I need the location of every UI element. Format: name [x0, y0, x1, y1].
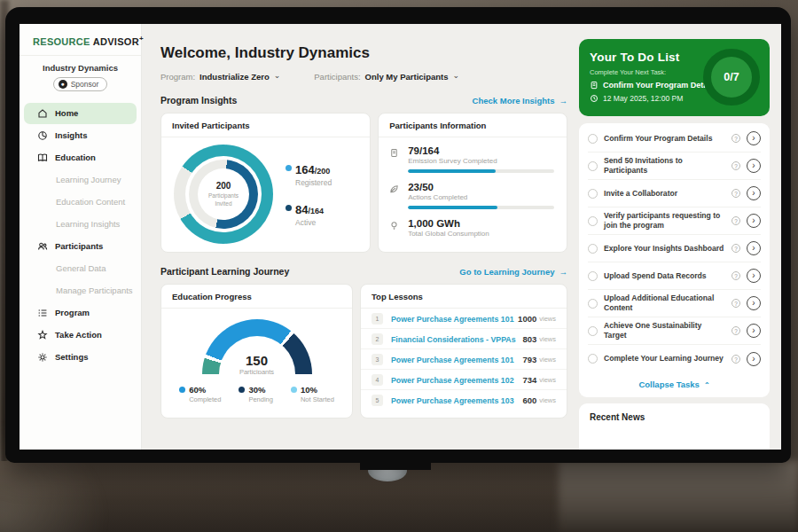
help-icon[interactable]: ?: [732, 299, 740, 308]
sidebar-item-take-action[interactable]: Take Action: [24, 325, 137, 346]
sidebar-item-education[interactable]: Education: [24, 147, 137, 168]
task-label[interactable]: Upload Additional Educational Content: [604, 293, 725, 312]
participants-value: Only My Participants: [365, 72, 449, 82]
lesson-link[interactable]: Power Purchase Agreements 101: [391, 356, 522, 364]
gauge-legend: 60% Completed 30% Pending 10% Not Starte…: [179, 385, 334, 403]
sidebar-item-learning-insights[interactable]: Learning Insights: [24, 214, 137, 235]
legend-pending: 30% Pending: [239, 385, 273, 403]
help-icon[interactable]: ?: [732, 355, 740, 364]
sidebar-item-label: Home: [55, 108, 78, 118]
task-checkbox[interactable]: [588, 189, 598, 199]
collapse-tasks-link[interactable]: Collapse Tasks⌃: [588, 372, 761, 394]
help-icon[interactable]: ?: [732, 244, 740, 253]
task-go-button[interactable]: ›: [747, 352, 761, 366]
stat-consumption: 1,000 GWh Total Global Consumption: [389, 218, 554, 238]
lesson-rank: 2: [372, 333, 383, 345]
monitor-bezel: RESOURCEADVISOR+ Industry Dynamics ● Spo…: [5, 7, 791, 463]
task-go-button[interactable]: ›: [747, 214, 761, 228]
help-icon[interactable]: ?: [732, 216, 740, 225]
task-checkbox[interactable]: [588, 299, 598, 309]
program-insights-header: Program Insights Check More Insights →: [160, 95, 567, 106]
help-icon[interactable]: ?: [732, 189, 740, 198]
filters-row: Program: Industrialize Zero ⌄ Participan…: [160, 72, 567, 82]
sidebar-item-label: Take Action: [55, 330, 102, 340]
lesson-row: 4 Power Purchase Agreements 102 734 view…: [361, 370, 567, 390]
sidebar-item-label: Education Content: [56, 197, 125, 207]
lesson-link[interactable]: Power Purchase Agreements 102: [391, 376, 522, 385]
todo-column: Your To Do List Complete Your Next Task:…: [575, 24, 781, 450]
invited-participants-card: Invited Participants 200 Participants In…: [160, 113, 371, 253]
pinfo-body: 79/164 Emission Survey Completed 23/50 A…: [379, 137, 567, 238]
sponsor-badge[interactable]: ● Sponsor: [53, 77, 108, 91]
task-label[interactable]: Verify participants requesting to join t…: [604, 211, 725, 230]
go-to-learning-journey-link[interactable]: Go to Learning Journey →: [459, 267, 567, 277]
task-checkbox[interactable]: [588, 134, 598, 144]
sidebar-item-label: General Data: [56, 263, 106, 273]
sidebar-item-general-data[interactable]: General Data: [24, 258, 137, 279]
participants-dropdown[interactable]: Participants: Only My Participants ⌄: [314, 72, 459, 82]
help-icon[interactable]: ?: [732, 271, 740, 280]
task-go-button[interactable]: ›: [747, 324, 761, 338]
card-title: Participants Information: [379, 113, 567, 137]
sidebar-item-learning-journey[interactable]: Learning Journey: [24, 169, 137, 191]
legend-dot-pending: [239, 387, 245, 393]
task-label[interactable]: Upload Spend Data Records: [604, 271, 725, 281]
help-icon[interactable]: ?: [732, 161, 740, 170]
task-checkbox[interactable]: [588, 216, 598, 226]
task-checkbox[interactable]: [588, 326, 598, 336]
task-row: Confirm Your Program Details ? ›: [588, 125, 761, 153]
donut-center-label: Participants Invited: [203, 192, 244, 207]
lesson-link[interactable]: Power Purchase Agreements 101: [391, 315, 518, 324]
task-label[interactable]: Achieve One Sustainability Target: [604, 321, 725, 340]
task-checkbox[interactable]: [588, 354, 598, 364]
education-progress-card: Education Progress 150 Participants: [160, 284, 353, 419]
task-label[interactable]: Complete Your Learning Journey: [604, 354, 725, 364]
task-go-button[interactable]: ›: [747, 131, 761, 145]
chevron-down-icon: ⌄: [453, 71, 460, 80]
task-checkbox[interactable]: [588, 161, 598, 171]
task-checkbox[interactable]: [588, 271, 598, 281]
card-title: Education Progress: [161, 285, 352, 309]
task-go-button[interactable]: ›: [747, 296, 761, 310]
people-icon: [37, 241, 48, 252]
learning-cards-row: Education Progress 150 Participants: [160, 284, 567, 419]
donut-center-value: 200: [216, 181, 231, 191]
sidebar-item-participants[interactable]: Participants: [24, 236, 137, 257]
check-more-insights-link[interactable]: Check More Insights →: [473, 96, 567, 106]
program-dropdown[interactable]: Program: Industrialize Zero ⌄: [160, 72, 280, 82]
clock-icon: [590, 94, 598, 103]
task-go-button[interactable]: ›: [747, 269, 761, 283]
stat-label: Actions Completed: [408, 193, 554, 201]
task-label[interactable]: Explore Your Insights Dashboard: [604, 244, 725, 254]
sidebar-item-label: Manage Participants: [56, 286, 133, 295]
participants-information-card: Participants Information 79/164 Emission…: [378, 113, 567, 253]
sidebar-item-education-content[interactable]: Education Content: [24, 192, 137, 213]
sidebar-item-home[interactable]: Home: [24, 103, 137, 124]
legend-registered: 164/200 Registered: [286, 161, 332, 187]
sidebar-item-label: Education: [55, 153, 96, 162]
program-value: Industrialize Zero: [200, 72, 270, 82]
main-content: Welcome, Industry Dynamics Program: Indu…: [142, 24, 575, 450]
app-logo[interactable]: RESOURCEADVISOR+: [20, 24, 141, 56]
task-label[interactable]: Confirm Your Program Details: [604, 134, 725, 144]
task-checkbox[interactable]: [588, 244, 598, 254]
task-row: Upload Additional Educational Content ? …: [588, 290, 761, 317]
sidebar-item-settings[interactable]: Settings: [24, 347, 137, 368]
task-label[interactable]: Invite a Collaborator: [604, 189, 725, 199]
sponsor-label: Sponsor: [71, 80, 99, 89]
lesson-link[interactable]: Power Purchase Agreements 103: [391, 396, 522, 405]
sidebar-item-label: Settings: [55, 352, 88, 362]
sidebar-item-program[interactable]: Program: [24, 302, 137, 324]
survey-icon: [389, 145, 401, 173]
task-go-button[interactable]: ›: [747, 159, 761, 173]
task-label[interactable]: Send 50 Invitations to Participants: [604, 156, 725, 175]
help-icon[interactable]: ?: [732, 326, 740, 335]
task-go-button[interactable]: ›: [747, 186, 761, 200]
lesson-link[interactable]: Financial Considerations - VPPAs: [391, 335, 522, 344]
sidebar-item-insights[interactable]: Insights: [24, 125, 137, 146]
help-icon[interactable]: ?: [732, 134, 740, 143]
org-name: Industry Dynamics: [23, 63, 137, 73]
sidebar-item-manage-participants[interactable]: Manage Participants: [24, 280, 137, 301]
lesson-rank: 1: [372, 313, 383, 325]
task-go-button[interactable]: ›: [747, 241, 761, 255]
